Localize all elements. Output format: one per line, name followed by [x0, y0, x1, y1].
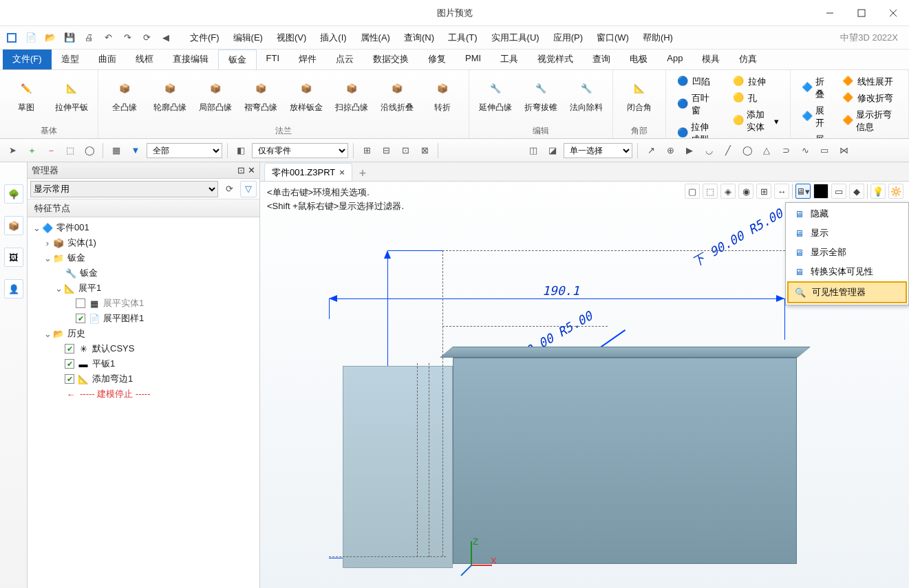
viewport[interactable]: <单击右键>环境相关选项. <Shift +鼠标右键>显示选择过滤器. ▢ ⬚ …: [260, 182, 909, 588]
lasso-icon[interactable]: ◯: [81, 142, 98, 159]
tree-root[interactable]: ⌄🔷零件001: [29, 220, 258, 235]
vi-10[interactable]: 💡: [870, 184, 886, 199]
menu-app[interactable]: 应用(P): [546, 29, 590, 47]
back-icon[interactable]: ◀: [158, 30, 173, 45]
vi-11[interactable]: 🔆: [888, 184, 903, 199]
rail-user-icon[interactable]: 👤: [4, 279, 23, 298]
vi-9[interactable]: ◆: [849, 184, 864, 199]
manager-close-icon[interactable]: ⊡ ✕: [237, 165, 255, 175]
btn-modify-bend[interactable]: 🔶修改折弯: [840, 91, 900, 106]
tb-a[interactable]: ⊞: [359, 142, 375, 159]
btn-loft-sheet[interactable]: 📦放样钣金: [286, 73, 327, 124]
tree-sheetmetal-sub[interactable]: 🔧钣金: [29, 265, 258, 281]
rect-select-icon[interactable]: ⬚: [62, 142, 78, 159]
redo-icon[interactable]: ↷: [120, 30, 135, 45]
tree-stop[interactable]: ←----- 建模停止 -----: [29, 386, 258, 402]
minimize-button[interactable]: [814, 0, 846, 26]
btn-add-solid[interactable]: 🟡添加实体 ▾: [730, 107, 782, 135]
tree-csys[interactable]: ✳默认CSYS: [29, 341, 258, 356]
btn-sketch[interactable]: ✏️草图: [6, 73, 47, 124]
dd-visibility-manager[interactable]: 🔍可见性管理器: [787, 281, 907, 303]
dd-show[interactable]: 🖥显示: [787, 224, 907, 243]
tb-m[interactable]: △: [758, 142, 775, 159]
grid-icon[interactable]: ▦: [108, 142, 125, 159]
tab-directedit[interactable]: 直接编辑: [163, 50, 218, 69]
filter-icon[interactable]: ▼: [127, 142, 144, 159]
btn-extrude-plate[interactable]: 📐拉伸平钣: [51, 73, 92, 124]
tree-history[interactable]: ⌄📂历史: [29, 326, 258, 341]
tb-j[interactable]: ◡: [701, 142, 717, 159]
vi-4[interactable]: ◉: [738, 184, 753, 199]
dd-toggle-visible[interactable]: 🖥转换实体可见性: [787, 262, 907, 281]
btn-louver[interactable]: 🔵百叶窗: [674, 91, 720, 118]
doc-tab-close-icon[interactable]: ×: [339, 167, 345, 177]
tree-flatten[interactable]: ⌄📐展平1: [29, 281, 258, 296]
tab-repair[interactable]: 修复: [418, 50, 456, 69]
tb-q[interactable]: ⋈: [835, 142, 852, 159]
tree-flatten-pattern[interactable]: 📄展平图样1: [29, 311, 258, 326]
btn-flatten[interactable]: 🔷展平: [799, 132, 830, 139]
minus-icon[interactable]: －: [43, 142, 59, 159]
save-icon[interactable]: 💾: [62, 30, 77, 45]
tab-fti[interactable]: FTI: [257, 50, 290, 69]
tb-n[interactable]: ⊃: [778, 142, 794, 159]
menu-view[interactable]: 视图(V): [270, 29, 313, 47]
menu-util[interactable]: 实用工具(U): [484, 29, 546, 47]
btn-fold[interactable]: 🔷折叠: [799, 74, 830, 102]
tree-solid[interactable]: ›📦实体(1): [29, 235, 258, 250]
btn-show-bend-info[interactable]: 🔶显示折弯信息: [840, 107, 900, 135]
open-icon[interactable]: 📂: [43, 30, 58, 45]
vi-6[interactable]: ↔: [774, 184, 789, 199]
btn-line-fold[interactable]: 📦沿线折叠: [376, 73, 418, 124]
btn-bend-taper[interactable]: 🔧折弯拔锥: [520, 73, 562, 124]
btn-close-corner[interactable]: 📐闭合角: [619, 73, 660, 124]
tab-electrode[interactable]: 电极: [620, 50, 657, 69]
vi-8[interactable]: ▭: [831, 184, 846, 199]
tab-weld[interactable]: 焊件: [289, 50, 326, 69]
refresh-icon[interactable]: ⟳: [139, 30, 154, 45]
tree-sheetmetal[interactable]: ⌄📁钣金: [29, 250, 258, 265]
tb-f[interactable]: ◪: [544, 142, 561, 159]
undo-icon[interactable]: ↶: [100, 30, 116, 45]
tb-e[interactable]: ◫: [525, 142, 542, 159]
vi-5[interactable]: ⊞: [756, 184, 771, 199]
tab-file[interactable]: 文件(F): [3, 50, 52, 69]
btn-stretch[interactable]: 🟡拉伸: [730, 74, 782, 89]
tb-o[interactable]: ∿: [797, 142, 813, 159]
menu-window[interactable]: 窗口(W): [590, 29, 636, 47]
tab-pmi[interactable]: PMI: [456, 50, 491, 69]
tab-dataex[interactable]: 数据交换: [363, 50, 418, 69]
display-select[interactable]: 显示常用: [30, 181, 218, 197]
menu-edit[interactable]: 编辑(E): [226, 29, 270, 47]
rail-cube-icon[interactable]: 📦: [4, 216, 23, 235]
select-mode[interactable]: 单一选择: [564, 143, 632, 158]
mgr-refresh-icon[interactable]: ⟳: [221, 181, 237, 197]
btn-dimple[interactable]: 🔵凹陷: [674, 74, 720, 89]
menu-attr[interactable]: 属性(A): [354, 29, 397, 47]
tab-mold[interactable]: 模具: [692, 50, 729, 69]
tab-tools[interactable]: 工具: [491, 50, 528, 69]
menu-tool[interactable]: 工具(T): [441, 29, 484, 47]
vi-7[interactable]: [813, 184, 828, 199]
tree-plate[interactable]: ▬平钣1: [29, 356, 258, 371]
vi-3[interactable]: ◈: [720, 184, 736, 199]
filter-select-2[interactable]: 仅有零件: [252, 143, 348, 158]
tab-app2[interactable]: App: [657, 50, 692, 69]
close-button[interactable]: [877, 0, 909, 26]
new-icon[interactable]: 📄: [23, 30, 39, 45]
vi-2[interactable]: ⬚: [703, 184, 718, 199]
btn-hem-flange[interactable]: 📦褶弯凸缘: [240, 73, 281, 124]
tb-c[interactable]: ⊡: [397, 142, 414, 159]
menu-file[interactable]: 文件(F): [183, 29, 226, 47]
btn-full-flange[interactable]: 📦全凸缘: [104, 73, 145, 124]
mgr-filter-icon[interactable]: ▽: [240, 181, 257, 197]
doc-add-button[interactable]: +: [359, 166, 367, 181]
btn-hole[interactable]: 🟡孔: [730, 91, 782, 106]
btn-profile-flange[interactable]: 📦轮廓凸缘: [149, 73, 191, 124]
tb-h[interactable]: ⊕: [662, 142, 678, 159]
rail-picture-icon[interactable]: 🖼: [4, 248, 23, 267]
tab-sheetmetal[interactable]: 钣金: [218, 50, 257, 69]
btn-jog[interactable]: 📦转折: [422, 73, 463, 124]
tab-visual[interactable]: 视觉样式: [528, 50, 583, 69]
tab-wireframe[interactable]: 线框: [126, 50, 163, 69]
